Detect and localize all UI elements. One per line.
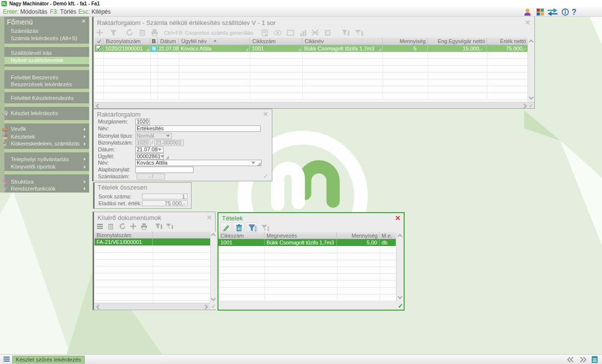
- sidebar-item-vevok[interactable]: Vevők: [4, 125, 89, 133]
- bizonylatszam-prefix-input[interactable]: 1020: [135, 140, 150, 146]
- close-icon[interactable]: ✕: [263, 111, 268, 117]
- mozgasnem-input[interactable]: 1020: [135, 119, 150, 125]
- selected-document-row[interactable]: FA-21/VE1/000001: [95, 239, 210, 245]
- refresh-icon[interactable]: [126, 29, 133, 36]
- sidebar-item-szallitolevel-iras[interactable]: Szállítólevél írás: [4, 49, 89, 57]
- confirm-icon[interactable]: ✓: [211, 303, 216, 310]
- cell-cikknev: Bükk Csomagolt tűzifa 1,7m3: [302, 45, 383, 52]
- horizontal-scrollbar[interactable]: [95, 303, 210, 309]
- toolbar-shortcut-hint[interactable]: Ctrl+F8: Csoportos számla generálás: [164, 30, 253, 36]
- header-cikknev[interactable]: Cikknév: [302, 38, 383, 45]
- header-cikkszam[interactable]: Cikkszám: [250, 38, 302, 45]
- sidebar-item-nyitott-szallitolevelek[interactable]: Nyitott szállítólevelek: [4, 57, 89, 64]
- sidebar-item-struktura[interactable]: Struktúra: [4, 178, 89, 186]
- header-ertek-netto[interactable]: Érték nettó: [487, 38, 528, 45]
- add-icon[interactable]: [130, 223, 137, 230]
- confirm-icon[interactable]: ✓: [529, 102, 533, 109]
- menubar-item-delete[interactable]: F3: Törlés: [50, 7, 76, 16]
- transfer-arrows-icon[interactable]: [547, 8, 558, 16]
- sidebar-item-szamla-lekerdezes[interactable]: Számla lekérdezés (Alt+S): [4, 35, 89, 42]
- alapbizonylat-input[interactable]: [135, 167, 193, 173]
- ugyfel-nev-input[interactable]: Kovács Attila: [135, 160, 262, 166]
- add-icon[interactable]: [96, 29, 103, 36]
- sidebar-item-kiskereskedelem[interactable]: Kiskereskedelem, számlázás: [4, 140, 89, 147]
- menu-icon[interactable]: [96, 223, 103, 230]
- user-icon[interactable]: [523, 8, 532, 16]
- field-label: Név:: [98, 125, 109, 132]
- help-icon[interactable]: ?: [572, 8, 580, 16]
- row-checkbox-cell[interactable]: [95, 45, 103, 52]
- menu-close-icon[interactable]: ×: [81, 17, 86, 24]
- header-mennyiseg[interactable]: Mennyiség: [337, 232, 380, 239]
- taskbar-task-button[interactable]: Készlet szűrés lekérdezés: [12, 356, 85, 364]
- close-icon[interactable]: ✕: [206, 215, 212, 220]
- header-megnevezes[interactable]: Megnevezés: [265, 232, 337, 239]
- sidebar-item-szamlazas[interactable]: Számlázás: [4, 27, 89, 35]
- szamlaszam-input[interactable]: - /: [137, 173, 165, 180]
- filter-apply-icon[interactable]: [341, 29, 350, 37]
- sidebar-item-felvetel-beszerzes[interactable]: Felvétel Beszerzés: [4, 74, 89, 81]
- filter-clear-icon[interactable]: [355, 29, 363, 37]
- header-empty[interactable]: [153, 232, 210, 239]
- header-ugyfel-nev[interactable]: Ügyfél név: [179, 38, 250, 45]
- filter-apply-icon[interactable]: [155, 223, 163, 230]
- sidebar-item-rendszerfunkciok[interactable]: Rendszerfunkciók: [4, 185, 89, 193]
- close-icon[interactable]: ✕: [525, 20, 530, 25]
- previous-windows-icon[interactable]: [567, 357, 574, 363]
- chart-icon[interactable]: [299, 29, 307, 37]
- filter-icon[interactable]: [110, 29, 117, 36]
- vertical-scrollbar[interactable]: [210, 232, 216, 303]
- delete-icon[interactable]: [139, 29, 146, 36]
- horizontal-scrollbar[interactable]: ✓: [94, 102, 534, 108]
- sidebar-item-telephelyi-nyilvantartas[interactable]: Telephelyi nyilvántartás: [4, 156, 89, 163]
- lookup-zoom-icon[interactable]: [166, 156, 169, 159]
- selected-item-row[interactable]: 1001 Bükk Csomagolt tűzifa 1,7m3 5,00 db: [218, 239, 396, 246]
- toolbar-more-button[interactable]: ...: [244, 28, 250, 35]
- info-icon[interactable]: [561, 8, 570, 16]
- print-icon[interactable]: [141, 223, 147, 230]
- sidebar-item-felvetel-keszletrendezes[interactable]: Felvétel Készletrendezés: [4, 95, 89, 102]
- next-windows-icon[interactable]: [579, 357, 587, 363]
- filter-apply-button[interactable]: [246, 222, 258, 232]
- lookup-zoom-icon[interactable]: [257, 162, 261, 166]
- sidebar-item-keszletek[interactable]: Készletek: [4, 133, 89, 141]
- sidebar-item-konyveloi-riportok[interactable]: Könyvelői riportok: [4, 163, 89, 170]
- excel-icon[interactable]: [324, 29, 332, 37]
- window-list-icon[interactable]: [591, 356, 598, 364]
- header-datum[interactable]: Dátum: [158, 38, 179, 45]
- delete-icon[interactable]: [107, 223, 114, 230]
- selected-record-row[interactable]: 1020/21000001 N 21.07.08 Kovács Attila 1…: [95, 45, 528, 52]
- taskbar-menu-icon[interactable]: [3, 357, 10, 362]
- menubar-item-exit[interactable]: Esc: Kilépés: [78, 7, 111, 16]
- confirm-icon[interactable]: ✓: [398, 302, 403, 310]
- header-checkbox-cell[interactable]: [95, 38, 103, 45]
- filter-clear-button[interactable]: [259, 222, 270, 232]
- close-icon[interactable]: ✕: [395, 215, 401, 221]
- print-icon[interactable]: [151, 29, 158, 36]
- sidebar-item-keszlet-lekerdezes[interactable]: Készlet lekérdezés: [4, 110, 89, 117]
- header-me[interactable]: M.e.: [380, 232, 396, 239]
- delete-button[interactable]: [233, 222, 244, 232]
- cut-disabled-icon[interactable]: [311, 29, 319, 37]
- vertical-scrollbar[interactable]: [396, 232, 403, 301]
- confirm-icon[interactable]: ✓: [263, 173, 268, 180]
- menubar-item-modify[interactable]: Enter: Módosítás: [3, 7, 48, 16]
- export-document-icon[interactable]: [261, 29, 269, 37]
- sidebar-item-beszerzesek-lekerdezes[interactable]: Beszerzések lekérdezés: [4, 81, 89, 88]
- header-mennyiseg[interactable]: Mennyiség: [383, 38, 428, 45]
- header-bizonylatszam[interactable]: Bizonylatszám: [103, 38, 150, 45]
- ugyfel-input[interactable]: 00002861: [135, 153, 164, 160]
- bizonylatszam-input[interactable]: 21-000001: [154, 140, 184, 146]
- edit-button[interactable]: [220, 222, 232, 232]
- vertical-scrollbar[interactable]: [528, 38, 534, 102]
- refresh-icon[interactable]: [119, 223, 126, 230]
- header-bizonylatszam[interactable]: Bizonylatszám: [95, 232, 153, 239]
- header-eng-egysegar[interactable]: Eng.Egységár nettó: [428, 38, 487, 45]
- filter-clear-icon[interactable]: [166, 223, 173, 230]
- rectangle-icon[interactable]: [287, 29, 294, 37]
- header-cikkszam[interactable]: Cikkszám: [218, 232, 265, 239]
- nev-input[interactable]: Értékesítés: [135, 125, 261, 132]
- modules-icon[interactable]: [536, 8, 545, 16]
- view-icon[interactable]: [274, 29, 282, 37]
- header-b[interactable]: B: [150, 38, 158, 45]
